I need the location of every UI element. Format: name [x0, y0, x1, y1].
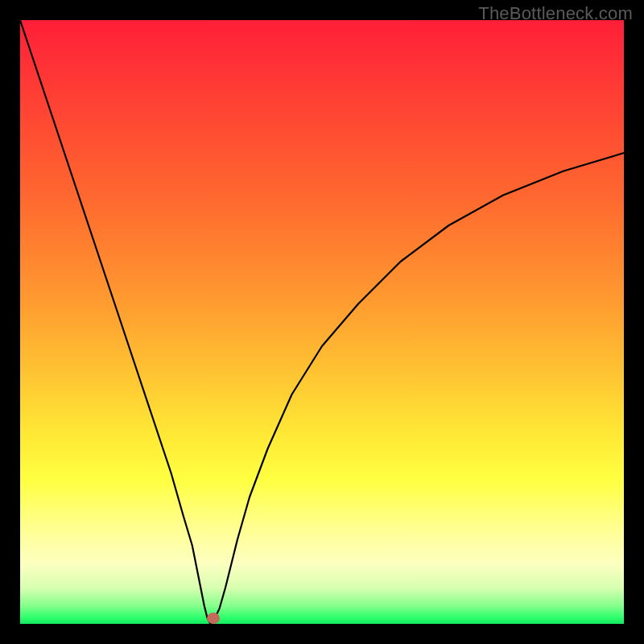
plot-area [20, 20, 624, 624]
min-marker-dot [207, 613, 220, 624]
chart-frame: TheBottleneck.com [0, 0, 644, 644]
bottleneck-curve [20, 20, 624, 624]
curve-svg [20, 20, 624, 624]
